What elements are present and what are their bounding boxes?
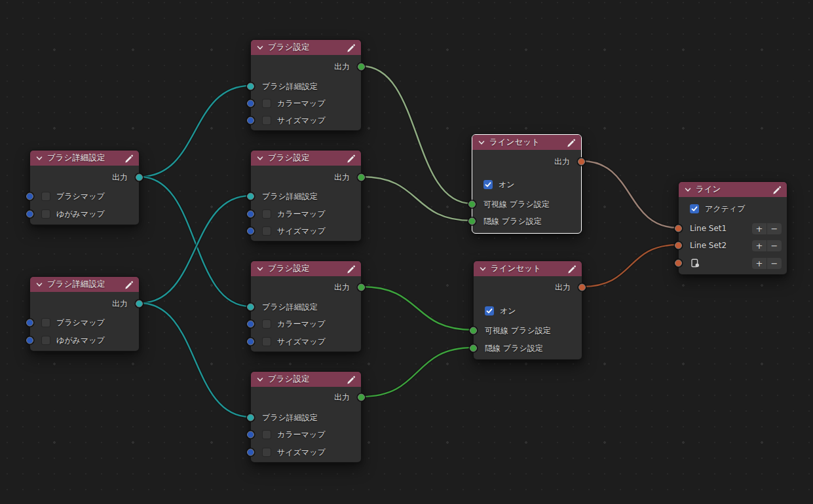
input-socket-blue[interactable] [247, 449, 254, 456]
checkbox-ブラシマップ[interactable] [41, 318, 50, 327]
output-socket-green[interactable] [358, 174, 365, 181]
collapse-toggle[interactable] [257, 45, 263, 51]
pencil-icon[interactable] [772, 185, 781, 194]
checkbox-サイズマップ[interactable] [262, 226, 271, 236]
chevron-down-icon[interactable] [257, 45, 263, 51]
checkbox-カラーマップ[interactable] [262, 209, 271, 219]
pencil-icon[interactable] [566, 138, 575, 147]
edit-name-button[interactable] [566, 138, 575, 147]
input-socket-teal[interactable] [247, 193, 254, 200]
chevron-down-icon[interactable] [480, 266, 486, 272]
collapse-toggle[interactable] [480, 266, 486, 272]
remove-button[interactable]: − [767, 240, 782, 251]
edit-name-button[interactable] [346, 154, 355, 163]
checkbox-サイズマップ[interactable] [262, 337, 271, 346]
input-socket-blue[interactable] [26, 211, 33, 218]
checkbox-ゆがみマップ[interactable] [41, 209, 50, 219]
node-canvas[interactable]: ブラシ詳細設定出力ブラシマップゆがみマップブラシ詳細設定出力ブラシマップゆがみマ… [0, 0, 813, 504]
remove-button[interactable]: − [767, 258, 782, 269]
node-brush-settings-4[interactable]: ブラシ設定出力ブラシ詳細設定カラーマップサイズマップ [250, 371, 362, 463]
input-socket-green[interactable] [470, 345, 477, 352]
input-socket-blue[interactable] [247, 228, 254, 235]
edit-name-button[interactable] [567, 264, 576, 274]
collapse-toggle[interactable] [257, 266, 263, 272]
output-socket-teal[interactable] [136, 300, 143, 308]
collapse-toggle[interactable] [478, 139, 485, 146]
node-header[interactable]: ブラシ設定 [251, 372, 361, 387]
chevron-down-icon[interactable] [36, 155, 43, 162]
node-lineset-1[interactable]: ラインセット出力オン可視線 ブラシ設定隠線 ブラシ設定 [472, 134, 582, 234]
chevron-down-icon[interactable] [257, 155, 263, 162]
input-socket-orange[interactable] [675, 242, 682, 249]
add-button[interactable]: + [752, 223, 766, 234]
input-socket-teal[interactable] [247, 304, 254, 311]
edit-name-button[interactable] [346, 264, 355, 274]
input-socket-blue[interactable] [247, 338, 254, 346]
edit-name-button[interactable] [346, 43, 355, 52]
edit-name-button[interactable] [124, 280, 133, 289]
input-socket-blue[interactable] [247, 100, 254, 107]
chevron-down-icon[interactable] [478, 139, 485, 146]
checkbox-オン[interactable] [485, 306, 494, 315]
input-socket-orange[interactable] [675, 225, 682, 232]
edit-name-button[interactable] [346, 375, 355, 384]
input-socket-orange[interactable] [675, 260, 682, 267]
input-socket-green[interactable] [468, 218, 476, 225]
node-line[interactable]: ラインアクティブLine Set1+−Line Set2+−+− [678, 181, 787, 275]
checkbox-ゆがみマップ[interactable] [41, 336, 50, 345]
node-header[interactable]: ブラシ設定 [251, 40, 361, 55]
input-socket-blue[interactable] [247, 321, 254, 328]
node-header[interactable]: ブラシ設定 [251, 261, 361, 276]
pencil-icon[interactable] [346, 264, 355, 274]
node-brush-detail-1[interactable]: ブラシ詳細設定出力ブラシマップゆがみマップ [29, 150, 140, 225]
edit-name-button[interactable] [772, 185, 781, 194]
add-button[interactable]: + [752, 258, 766, 269]
checkbox-オン[interactable] [483, 180, 493, 189]
node-header[interactable]: ブラシ詳細設定 [30, 151, 139, 166]
input-socket-blue[interactable] [26, 193, 33, 200]
new-lineset-icon[interactable] [690, 258, 700, 268]
node-lineset-2[interactable]: ラインセット出力オン可視線 ブラシ設定隠線 ブラシ設定 [473, 261, 582, 360]
checkbox-サイズマップ[interactable] [262, 448, 271, 457]
input-socket-blue[interactable] [26, 319, 33, 327]
input-socket-blue[interactable] [247, 117, 254, 124]
checkbox-サイズマップ[interactable] [262, 116, 271, 125]
input-socket-green[interactable] [468, 201, 476, 208]
add-button[interactable]: + [752, 240, 766, 251]
pencil-icon[interactable] [567, 264, 576, 274]
checkbox-カラーマップ[interactable] [262, 430, 271, 439]
collapse-toggle[interactable] [257, 376, 263, 383]
output-socket-green[interactable] [358, 284, 365, 291]
pencil-icon[interactable] [346, 154, 355, 163]
edit-name-button[interactable] [124, 154, 133, 163]
node-header[interactable]: ラインセット [474, 261, 582, 276]
node-brush-detail-2[interactable]: ブラシ詳細設定出力ブラシマップゆがみマップ [29, 276, 140, 351]
pencil-icon[interactable] [346, 375, 355, 384]
node-header[interactable]: ラインセット [472, 135, 581, 150]
chevron-down-icon[interactable] [685, 187, 691, 193]
input-socket-blue[interactable] [247, 211, 254, 218]
node-header[interactable]: ブラシ詳細設定 [30, 277, 139, 292]
pencil-icon[interactable] [124, 280, 133, 289]
chevron-down-icon[interactable] [36, 281, 43, 288]
checkbox-カラーマップ[interactable] [262, 319, 271, 329]
new-lineset-slot[interactable] [690, 258, 700, 268]
node-header[interactable]: ブラシ設定 [251, 151, 361, 166]
node-brush-settings-1[interactable]: ブラシ設定出力ブラシ詳細設定カラーマップサイズマップ [250, 39, 362, 131]
node-brush-settings-3[interactable]: ブラシ設定出力ブラシ詳細設定カラーマップサイズマップ [250, 261, 362, 352]
node-brush-settings-2[interactable]: ブラシ設定出力ブラシ詳細設定カラーマップサイズマップ [250, 150, 362, 242]
chevron-down-icon[interactable] [257, 266, 263, 272]
checkbox-カラーマップ[interactable] [262, 99, 271, 108]
output-socket-orange[interactable] [578, 158, 585, 166]
input-socket-green[interactable] [470, 327, 477, 334]
pencil-icon[interactable] [124, 154, 133, 163]
node-header[interactable]: ライン [679, 182, 787, 197]
collapse-toggle[interactable] [257, 155, 263, 162]
chevron-down-icon[interactable] [257, 376, 263, 383]
input-socket-teal[interactable] [247, 83, 254, 90]
collapse-toggle[interactable] [36, 281, 43, 288]
pencil-icon[interactable] [346, 43, 355, 52]
output-socket-green[interactable] [358, 394, 365, 401]
output-socket-teal[interactable] [136, 174, 143, 181]
collapse-toggle[interactable] [685, 187, 691, 193]
